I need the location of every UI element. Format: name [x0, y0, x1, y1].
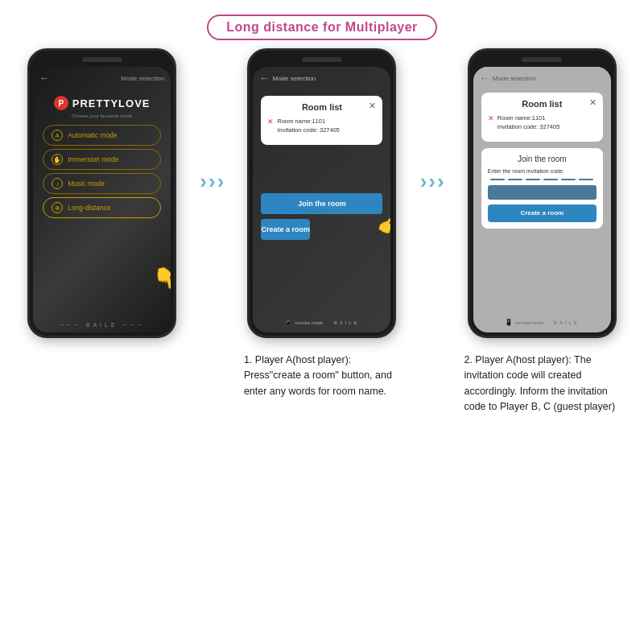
desc-block-1: 1. Player A(host player): Press"create a… [236, 346, 408, 415]
phone1-screen-title: Mode selection [121, 75, 164, 82]
mode-label-longdist: Long-distance [68, 204, 110, 212]
phone2-brand: BAILE [334, 320, 360, 325]
phone3-brand: BAILE [554, 320, 580, 325]
chevrons-2: ››› [420, 169, 444, 194]
phone3-invitation: Invitation code: 327405 [497, 122, 560, 131]
phone2-buttons: Join the room Create a room 👈 [253, 193, 390, 240]
phone2-screen: ← Mode selection Room list ✕ ✕ Room name… [253, 67, 390, 332]
phone3-wrapper: ← Mode selection Room list ✕ ✕ Room name… [456, 48, 628, 338]
arrow-spacer-1 [188, 346, 236, 415]
chevrons-1: ››› [200, 169, 224, 194]
phone1-back-icon[interactable]: ← [39, 72, 49, 84]
room-name: Room name:1101 [277, 117, 340, 126]
immersion-icon: ✋ [52, 154, 63, 165]
desc-row: 1. Player A(host player): Press"create a… [0, 338, 644, 415]
desc-text-2: 2. Player A(host player): The invitation… [464, 353, 620, 415]
music-icon: ♪ [52, 178, 63, 189]
phone3-screen: ← Mode selection Room list ✕ ✕ Room name… [473, 67, 611, 332]
phone3-blue-bar [488, 185, 597, 200]
title-badge: Long distance for Multiplayer [207, 14, 437, 40]
title-area: Long distance for Multiplayer [0, 0, 644, 40]
phone1-logo: P PRETTYLOVE [33, 89, 171, 114]
room-list-item: ✕ Room name:1101 Invitation code: 327405 [267, 117, 376, 135]
arrow2: ››› [408, 169, 456, 194]
phone3-frame: ← Mode selection Room list ✕ ✕ Room name… [468, 48, 617, 338]
phone3-item-x: ✕ [488, 114, 494, 122]
mode-btn-immersion[interactable]: ✋ Immersion mode [43, 149, 161, 170]
mode-label-immersion: Immersion mode [68, 155, 118, 163]
desc-spacer-left [16, 346, 188, 415]
phone1-screen: ← Mode selection P PRETTYLOVE Choose you… [33, 67, 171, 332]
phone2-wrapper: ← Mode selection Room list ✕ ✕ Room name… [236, 48, 407, 338]
code-dash-2 [508, 179, 522, 180]
phone3-room-name: Room name:1101 [497, 114, 560, 122]
phone1-bg: ← Mode selection P PRETTYLOVE Choose you… [33, 67, 171, 332]
phone2-room-modal: Room list ✕ ✕ Room name:1101 Invitation … [261, 96, 382, 145]
phone3-create-btn[interactable]: Create a room [488, 204, 597, 222]
phone1-wrapper: ← Mode selection P PRETTYLOVE Choose you… [16, 48, 188, 338]
phone2-back-icon[interactable]: ← [259, 72, 269, 84]
phone3-back-icon[interactable]: ← [480, 72, 489, 84]
phone3-join-section: Join the room Enter the room invitation … [481, 148, 603, 229]
phone1-header: ← Mode selection [33, 67, 171, 89]
phone2-bg: ← Mode selection Room list ✕ ✕ Room name… [253, 67, 390, 332]
arrow1: ››› [188, 169, 236, 194]
logo-icon: P [54, 96, 68, 110]
mode-btn-music[interactable]: ♪ Music mode [43, 173, 161, 194]
phone3-room-info: Room name:1101 Invitation code: 327405 [497, 114, 560, 132]
phone3-screen-title: Mode selection [493, 75, 536, 82]
phone3-remote-icon: 📱 [505, 319, 513, 326]
phone1-frame: ← Mode selection P PRETTYLOVE Choose you… [27, 48, 176, 338]
phone1-footer: ─── BAILE ─── [33, 322, 171, 328]
phone3-footer-label: remote mode [515, 320, 543, 325]
mode-btn-longdistance[interactable]: ⊕ Long-distance [43, 197, 161, 218]
finger-pointer-phone2: 👈 [377, 214, 391, 240]
room-list-close[interactable]: ✕ [369, 101, 376, 111]
auto-icon: A [52, 130, 63, 141]
create-room-button[interactable]: Create a room [261, 219, 310, 240]
room-list-info: Room name:1101 Invitation code: 327405 [277, 117, 340, 135]
join-room-button[interactable]: Join the room [261, 193, 382, 214]
phone3-header: ← Mode selection [473, 67, 611, 89]
mode-label-music: Music mode [68, 180, 105, 188]
code-dash-4 [543, 179, 558, 180]
phones-row: ← Mode selection P PRETTYLOVE Choose you… [0, 48, 644, 338]
finger-pointer-phone1: 👇 [151, 263, 171, 292]
phone2-screen-title: Mode selection [272, 75, 316, 82]
phone3-bg: ← Mode selection Room list ✕ ✕ Room name… [473, 67, 611, 332]
desc-block-2: 2. Player A(host player): The invitation… [456, 346, 628, 415]
phone2-frame: ← Mode selection Room list ✕ ✕ Room name… [247, 48, 396, 338]
mode-btn-automatic[interactable]: A Automatic mode [43, 125, 161, 146]
desc-text-1: 1. Player A(host player): Press"create a… [244, 353, 400, 399]
room-item-x: ✕ [267, 118, 274, 126]
phone3-input-label: Enter the room invitation code: [488, 168, 597, 174]
phone2-footer: 📱 remote mode BAILE [253, 319, 390, 326]
longdist-icon: ⊕ [52, 202, 63, 213]
arrow-spacer-2 [407, 346, 456, 415]
phone3-footer: 📱 remote mode BAILE [473, 319, 611, 326]
mode-label-auto: Automatic mode [68, 131, 117, 139]
phone2-footer-label: remote mode [295, 320, 323, 325]
phone2-header: ← Mode selection [253, 67, 390, 89]
code-dash-6 [579, 179, 593, 180]
phone3-code-input[interactable] [488, 179, 597, 180]
phone3-room-modal: Room list ✕ ✕ Room name:1101 Invitation … [481, 93, 603, 142]
code-dash-3 [526, 179, 540, 180]
logo-text: PRETTYLOVE [72, 97, 151, 109]
phone1-subtitle: Choose your favourite mode [33, 114, 171, 118]
code-dash-1 [490, 179, 505, 180]
code-dash-5 [561, 179, 576, 180]
room-invitation: Invitation code: 327405 [277, 126, 340, 134]
phone3-room-item: ✕ Room name:1101 Invitation code: 327405 [488, 114, 597, 132]
phone3-close[interactable]: ✕ [589, 97, 597, 108]
phone3-join-title: Join the room [488, 155, 597, 163]
phone3-room-title: Room list [488, 99, 597, 109]
room-list-title: Room list [267, 102, 376, 112]
remote-icon: 📱 [284, 319, 292, 326]
